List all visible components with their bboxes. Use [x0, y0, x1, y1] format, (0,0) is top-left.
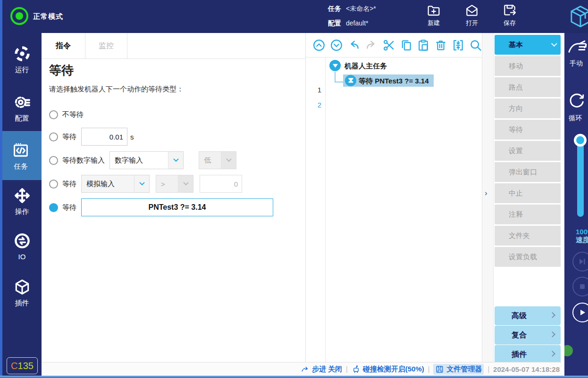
manual-mode-label: 手动: [570, 59, 583, 68]
play-button[interactable]: [572, 303, 588, 322]
category-group-advanced[interactable]: 高级: [495, 306, 561, 325]
run-icon: [13, 45, 31, 63]
digital-level-value: 低: [199, 156, 221, 165]
analog-operator-value: >: [156, 180, 178, 188]
speed-slider-knob[interactable]: [574, 134, 587, 147]
radio-wait-expression[interactable]: [49, 203, 58, 212]
sidebar-item-label: 任务: [0, 162, 42, 171]
panel-expand-handle[interactable]: ›: [482, 33, 494, 362]
tree-connector: [335, 72, 336, 82]
chevron-down-icon: [221, 152, 236, 169]
category-group-plugin[interactable]: 插件: [495, 345, 561, 364]
option-row-wait-time: 等待 s: [49, 127, 304, 146]
new-task-button[interactable]: 新建: [419, 3, 449, 31]
digital-level-select[interactable]: 低: [199, 151, 236, 169]
brand-cube-icon: [567, 4, 588, 29]
analog-input-select[interactable]: 模拟输入: [81, 175, 150, 193]
category-item-popup[interactable]: 弹出窗口: [495, 162, 561, 182]
category-item-folder[interactable]: 文件夹: [495, 226, 561, 246]
tree-toolbar: [306, 33, 482, 58]
search-icon[interactable]: [469, 39, 482, 52]
category-item-set[interactable]: 设置: [495, 141, 561, 161]
open-task-button[interactable]: 打开: [457, 3, 487, 31]
move-down-icon[interactable]: [330, 39, 343, 52]
status-dot-icon: [564, 345, 573, 356]
category-item-comment[interactable]: 注释: [495, 205, 561, 224]
option-label: 等待: [62, 132, 76, 141]
tab-monitor[interactable]: 监控: [85, 33, 127, 59]
tree-row-wait-label[interactable]: 等待 PNTest3 ?= 3.14: [359, 77, 429, 86]
task-label: 任务: [328, 5, 341, 13]
loop-icon[interactable]: [567, 90, 586, 109]
copy-icon[interactable]: [400, 39, 413, 52]
sidebar-item-io[interactable]: IO: [2, 232, 42, 261]
move-up-icon[interactable]: [312, 39, 326, 52]
wait-time-unit: s: [130, 133, 134, 141]
save-task-button[interactable]: 保存: [495, 3, 525, 31]
sidebar-nav: 运行 配置 任务: [2, 33, 42, 378]
collision-detect-status[interactable]: 碰撞检测开启(50%): [352, 365, 424, 374]
category-group-composite[interactable]: 复合: [495, 326, 561, 345]
task-code-icon: [12, 141, 30, 159]
badge-prefix: C: [11, 361, 17, 371]
manual-hand-icon[interactable]: [568, 40, 588, 56]
collapse-icon[interactable]: [452, 39, 465, 52]
option-label: 等待数字输入: [62, 156, 105, 165]
sidebar-item-run[interactable]: 运行: [2, 45, 42, 74]
line-number: 1: [318, 86, 321, 94]
sidebar-item-operate[interactable]: 操作: [2, 187, 42, 216]
radio-wait-analog[interactable]: [49, 180, 58, 189]
step-mode-status[interactable]: 步进 关闭: [301, 365, 342, 374]
file-manager-label: 文件管理器: [446, 365, 482, 374]
category-item-move[interactable]: 移动: [495, 56, 561, 76]
category-basic[interactable]: 基本: [495, 35, 561, 55]
operate-move-icon: [13, 187, 31, 205]
save-task-label: 保存: [495, 19, 525, 27]
wait-node-icon[interactable]: [345, 75, 356, 86]
analog-threshold-input[interactable]: [200, 175, 242, 193]
undo-icon[interactable]: [347, 39, 361, 52]
sidebar-item-label: IO: [2, 253, 42, 261]
paste-icon[interactable]: [417, 39, 430, 52]
mode-indicator-icon: [10, 7, 28, 25]
digital-input-value: 数字输入: [110, 156, 168, 165]
wait-type-description: 请选择触发机器人下一个动作的等待类型：: [49, 85, 184, 94]
file-manager-icon: [435, 365, 444, 374]
io-icon: [13, 232, 31, 250]
wait-expression-input[interactable]: PNTest3 ?= 3.14: [81, 198, 273, 216]
radio-wait-time[interactable]: [49, 132, 58, 141]
category-item-waypoint[interactable]: 路点: [495, 77, 561, 97]
analog-operator-select[interactable]: >: [156, 175, 193, 193]
option-row-wait-digital: 等待数字输入 数字输入 低: [49, 151, 304, 170]
category-label: 基本: [509, 41, 523, 49]
stop-button[interactable]: [572, 277, 588, 296]
step-forward-button[interactable]: [572, 252, 588, 271]
sidebar-item-plugin[interactable]: 插件: [2, 278, 42, 308]
category-item-direction[interactable]: 方向: [495, 99, 561, 118]
category-item-abort[interactable]: 中止: [495, 183, 561, 203]
wait-time-input[interactable]: [81, 128, 127, 146]
sidebar-item-config[interactable]: 配置: [2, 93, 42, 123]
digital-input-select[interactable]: 数字输入: [109, 151, 184, 169]
radio-wait-digital[interactable]: [49, 156, 58, 165]
speed-percent-value: 100%: [576, 228, 588, 236]
category-item-wait[interactable]: 等待: [495, 120, 561, 140]
speed-slider-track[interactable]: [577, 141, 584, 217]
radio-no-wait[interactable]: [49, 110, 58, 119]
delete-icon[interactable]: [434, 39, 447, 52]
tree-expander-root[interactable]: [329, 60, 341, 71]
controller-code-badge[interactable]: C135: [7, 357, 38, 374]
tree-row-root-label[interactable]: 机器人主任务: [344, 62, 387, 71]
tab-instruction[interactable]: 指令: [42, 33, 85, 59]
option-label: 等待: [62, 203, 76, 212]
redo-icon[interactable]: [365, 39, 378, 52]
analog-input-value: 模拟输入: [82, 180, 134, 189]
config-name-value: default*: [346, 19, 368, 27]
file-manager-button[interactable]: 文件管理器: [433, 364, 484, 375]
separator: |: [346, 365, 348, 373]
cut-icon[interactable]: [382, 39, 395, 52]
collision-detect-label: 碰撞检测开启(50%): [363, 365, 424, 374]
category-item-payload[interactable]: 设置负载: [495, 247, 561, 267]
top-bar: 正常模式 任务 <未命名>* 配置 default* 新建 打开 保: [0, 0, 588, 33]
sidebar-item-task[interactable]: 任务: [0, 131, 42, 180]
